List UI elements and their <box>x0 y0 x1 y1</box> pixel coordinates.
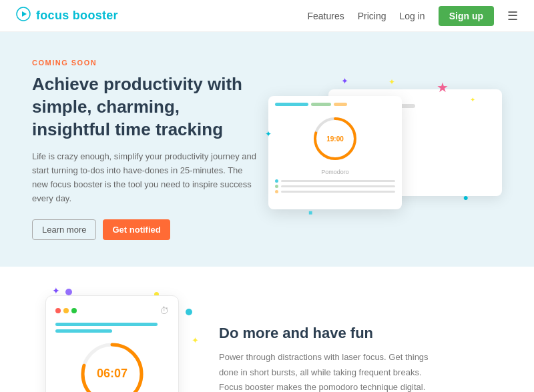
dot-green <box>71 308 77 313</box>
learn-more-button[interactable]: Learn more <box>32 219 96 240</box>
hero-mockup-front-card: 19:00 Pomodoro <box>268 96 402 209</box>
hero-title: Achieve productivity with simple, charmi… <box>32 73 259 141</box>
hamburger-icon[interactable]: ☰ <box>507 9 518 23</box>
deco-purple-dot <box>65 289 72 295</box>
section2-content: Do more and have fun Power through distr… <box>219 325 433 392</box>
timer-card-header: ⏱ <box>55 305 169 316</box>
logo-icon <box>16 7 31 25</box>
timer-display: 06:07 <box>97 367 127 381</box>
get-notified-button[interactable]: Get notified <box>103 219 170 240</box>
logo-text: focus booster <box>36 9 118 23</box>
sparkle-yellow-top: ✦ <box>388 77 395 87</box>
window-dots <box>55 308 77 313</box>
timer-mockup-area: ✦ ✦ 🕐 ⏱ <box>32 295 192 392</box>
pricing-link[interactable]: Pricing <box>358 11 386 21</box>
s2-sparkle-cross: ✦ <box>52 285 60 296</box>
navbar: focus booster Features Pricing Log in Si… <box>0 0 534 32</box>
features-link[interactable]: Features <box>307 11 344 21</box>
hero-section: COMING SOON Achieve productivity with si… <box>0 32 534 267</box>
sparkle-purple: ✦ <box>341 76 348 86</box>
section2-description: Power through distractions with laser fo… <box>219 350 433 392</box>
deco-teal-dot <box>186 309 192 315</box>
timer-card-icon: ⏱ <box>160 305 169 316</box>
hero-buttons: Learn more Get notified <box>32 219 259 240</box>
s2-sparkle-star: ✦ <box>192 335 199 345</box>
timer-card-bars <box>55 323 169 333</box>
big-timer-circle: 06:07 <box>79 341 146 392</box>
coming-soon-badge: COMING SOON <box>32 59 259 67</box>
dot-red <box>55 308 61 313</box>
dot-yellow <box>63 308 69 313</box>
logo-area: focus booster <box>16 7 118 25</box>
svg-marker-1 <box>22 11 27 17</box>
section2: ✦ ✦ 🕐 ⏱ <box>0 267 534 392</box>
login-link[interactable]: Log in <box>400 11 425 21</box>
section2-title: Do more and have fun <box>219 325 433 342</box>
timer-card: ⏱ 06:07 <box>45 295 179 392</box>
hero-content: COMING SOON Achieve productivity with si… <box>32 59 259 240</box>
hero-illustration: 19:00 Pomodoro ★ ✦ ● ✦ ✦ ■ ✦ <box>262 76 502 223</box>
signup-button[interactable]: Sign up <box>439 6 494 26</box>
sparkle-teal-small: ■ <box>308 209 312 216</box>
hero-description: Life is crazy enough, simplify your prod… <box>32 150 259 205</box>
section2-wrapper: ✦ ✦ 🕐 ⏱ <box>0 267 534 392</box>
nav-links: Features Pricing Log in Sign up ☰ <box>307 6 518 26</box>
